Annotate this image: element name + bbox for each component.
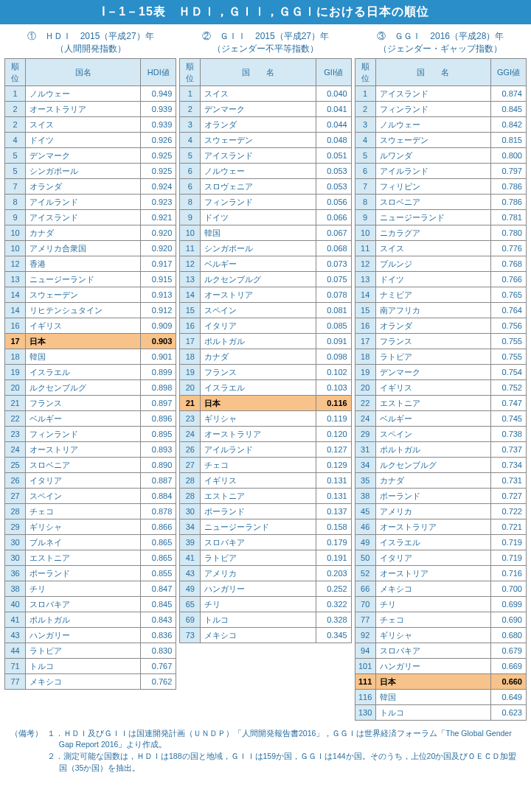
table-row: 5シンガポール0.925 (5, 163, 176, 178)
rank-cell: 17 (355, 333, 375, 349)
table-row: 4スウェーデン0.815 (355, 132, 526, 147)
value-cell: 0.747 (490, 395, 526, 410)
value-cell: 0.068 (316, 240, 351, 256)
table-row: 21フランス0.897 (5, 395, 176, 410)
value-cell: 0.623 (490, 704, 526, 720)
table-row: 19デンマーク0.754 (355, 364, 526, 379)
table-row: 9ニュージーランド0.781 (355, 209, 526, 225)
column-title: ＧＩＩ 2015（平成27）年 (220, 31, 329, 41)
rank-cell: 44 (5, 643, 26, 658)
rank-cell: 5 (180, 147, 201, 163)
table-row: 23フィンランド0.895 (5, 426, 176, 441)
value-cell: 0.745 (490, 410, 526, 426)
table-row: 69トルコ0.328 (180, 612, 351, 627)
country-cell: チリ (26, 581, 141, 596)
country-cell: シンガポール (26, 163, 141, 178)
value-cell: 0.903 (141, 333, 176, 349)
table-row: 116韓国0.649 (355, 689, 526, 704)
country-cell: スイス (375, 240, 490, 256)
value-cell: 0.786 (490, 178, 526, 194)
country-cell: イスラエル (26, 364, 141, 379)
column-title: ＧＧＩ 2016（平成28）年 (395, 31, 504, 41)
country-cell: ラトビア (201, 550, 316, 565)
value-cell: 0.679 (490, 643, 526, 658)
table-row: 25スロベニア0.890 (5, 457, 176, 472)
country-cell: アメリカ合衆国 (26, 240, 141, 256)
country-cell: ナミビア (375, 287, 490, 302)
country-cell: アイスランド (201, 147, 316, 163)
value-cell: 0.865 (141, 550, 176, 565)
country-cell: フランス (375, 333, 490, 349)
value-cell: 0.924 (141, 178, 176, 194)
table-row: 10アメリカ合衆国0.920 (5, 240, 176, 256)
rank-cell: 34 (355, 457, 375, 472)
rank-cell: 8 (180, 194, 201, 209)
rank-cell: 27 (5, 488, 26, 503)
rank-cell: 4 (5, 132, 26, 147)
table-row: 29ギリシャ0.866 (5, 519, 176, 534)
value-cell: 0.865 (141, 534, 176, 550)
table-row: 2オーストラリア0.939 (5, 101, 176, 116)
rank-cell: 77 (5, 673, 26, 689)
table-row: 34ニュージーランド0.158 (180, 519, 351, 534)
country-cell: オーストラリア (26, 101, 141, 116)
table-row: 35カナダ0.731 (355, 472, 526, 488)
table-row: 1ノルウェー0.949 (5, 85, 176, 101)
rank-cell: 12 (5, 256, 26, 271)
value-cell: 0.066 (316, 209, 351, 225)
value-cell: 0.845 (141, 596, 176, 612)
value-cell: 0.949 (141, 85, 176, 101)
rank-cell: 65 (180, 596, 201, 612)
table-row: 19フランス0.102 (180, 364, 351, 379)
country-cell: オーストリア (26, 441, 141, 457)
table-row: 43アメリカ0.203 (180, 565, 351, 581)
table-row: 17フランス0.755 (355, 333, 526, 349)
rank-cell: 30 (180, 503, 201, 519)
rank-cell: 69 (180, 612, 201, 627)
country-cell: イタリア (26, 472, 141, 488)
rank-cell: 28 (5, 503, 26, 519)
value-cell: 0.921 (141, 209, 176, 225)
country-cell: リヒテンシュタイン (26, 302, 141, 318)
table-row: 30ポーランド0.137 (180, 503, 351, 519)
column-header: 国 名 (375, 58, 490, 85)
value-cell: 0.939 (141, 101, 176, 116)
value-cell: 0.716 (490, 565, 526, 581)
table-row: 49イスラエル0.719 (355, 534, 526, 550)
table-row: 4ドイツ0.926 (5, 132, 176, 147)
table-row: 10ニカラグア0.780 (355, 225, 526, 240)
value-cell: 0.131 (316, 472, 351, 488)
country-cell: スイス (26, 116, 141, 132)
country-cell: エストニア (26, 550, 141, 565)
table-row: 17日本0.903 (5, 333, 176, 349)
table-row: 19イスラエル0.899 (5, 364, 176, 379)
rank-cell: 13 (180, 271, 201, 287)
country-cell: ドイツ (375, 271, 490, 287)
table-row: 22ベルギー0.896 (5, 410, 176, 426)
table-row: 77メキシコ0.762 (5, 673, 176, 689)
country-cell: イギリス (201, 472, 316, 488)
value-cell: 0.098 (316, 349, 351, 364)
rank-cell: 5 (5, 147, 26, 163)
rank-cell: 24 (180, 426, 201, 441)
country-cell: オランダ (201, 116, 316, 132)
country-cell: デンマーク (26, 147, 141, 163)
rank-cell: 12 (355, 256, 375, 271)
country-cell: オランダ (375, 318, 490, 333)
country-cell: アイルランド (375, 163, 490, 178)
rank-cell: 43 (5, 627, 26, 643)
country-cell: チリ (375, 596, 490, 612)
country-cell: アイスランド (26, 209, 141, 225)
value-cell: 0.780 (490, 225, 526, 240)
rank-cell: 8 (5, 194, 26, 209)
rank-cell: 14 (180, 287, 201, 302)
country-cell: ギリシャ (201, 410, 316, 426)
column-header: GII値 (316, 58, 351, 85)
value-cell: 0.923 (141, 194, 176, 209)
value-cell: 0.845 (490, 101, 526, 116)
rank-cell: 38 (5, 581, 26, 596)
table-row: 20イギリス0.752 (355, 379, 526, 395)
rank-cell: 40 (5, 596, 26, 612)
table-row: 101ハンガリー0.669 (355, 658, 526, 673)
rank-cell: 49 (180, 581, 201, 596)
